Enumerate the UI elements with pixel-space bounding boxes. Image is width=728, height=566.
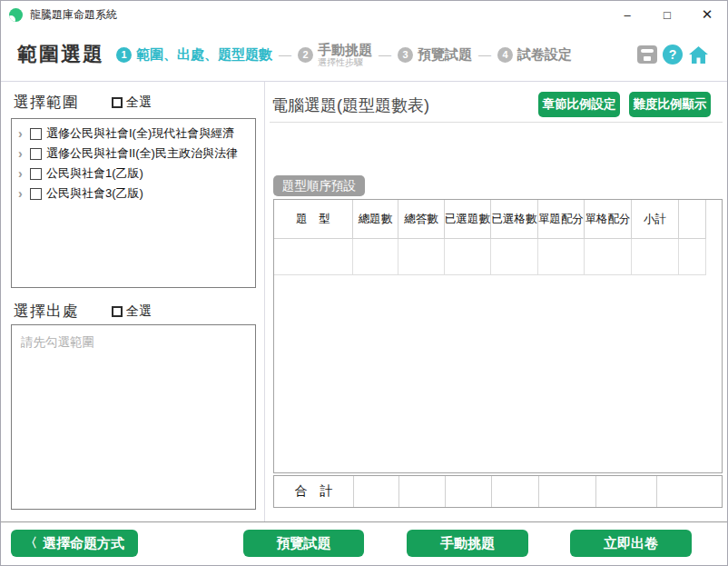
app-window: 龍騰題庫命題系統 – □ ✕ 範圍選題 1 範圍、出處、題型題數 — 2 手動挑… xyxy=(0,0,728,566)
range-title: 選擇範圍 xyxy=(14,92,79,113)
tree-item-label: 選修公民與社會II(全)民主政治與法律 xyxy=(46,145,238,162)
source-select-all-checkbox[interactable] xyxy=(112,306,123,317)
tree-item-label: 選修公民與社會I(全)現代社會與經濟 xyxy=(46,125,234,142)
source-section-header: 選擇出處 全選 xyxy=(14,301,152,322)
computer-selection-title: 電腦選題(題型題數表) xyxy=(271,94,429,116)
back-chevron-icon: 〈 xyxy=(25,535,37,551)
range-tree: › 選修公民與社會I(全)現代社會與經濟 › 選修公民與社會II(全)民主政治與… xyxy=(11,118,256,288)
wizard-steps: 1 範圍、出處、題型題數 — 2 手動挑題 選擇性步驟 — 3 預覽試題 — 4… xyxy=(116,42,572,68)
source-placeholder-text: 請先勾選範圍 xyxy=(21,334,255,351)
step-2-label: 手動挑題 xyxy=(318,42,372,57)
source-title: 選擇出處 xyxy=(14,301,79,322)
close-button[interactable]: ✕ xyxy=(687,1,727,28)
tree-item-checkbox[interactable] xyxy=(30,148,42,160)
window-title: 龍騰題庫命題系統 xyxy=(30,7,117,23)
col-header-points-per-cell: 單格配分 xyxy=(585,200,632,239)
page-header: 範圍選題 1 範圍、出處、題型題數 — 2 手動挑題 選擇性步驟 — 3 預覽試… xyxy=(1,28,727,81)
col-header-empty xyxy=(679,200,706,239)
footer-divider xyxy=(1,521,727,522)
col-header-points-per-question: 單題配分 xyxy=(538,200,585,239)
table-cell xyxy=(445,239,491,275)
table-cell xyxy=(585,239,632,275)
table-cell xyxy=(353,239,398,275)
step-separator: — xyxy=(279,47,291,62)
range-select-all[interactable]: 全選 xyxy=(112,94,152,111)
expand-chevron-icon[interactable]: › xyxy=(18,126,30,141)
step-2-manual-pick[interactable]: 2 手動挑題 選擇性步驟 xyxy=(298,42,372,68)
step-1-label: 範圍、出處、題型題數 xyxy=(136,46,272,64)
tree-item[interactable]: › 選修公民與社會I(全)現代社會與經濟 xyxy=(12,124,255,144)
app-logo-icon xyxy=(9,8,23,22)
manual-pick-button[interactable]: 手動挑題 xyxy=(407,530,528,557)
question-order-preset-badge[interactable]: 題型順序預設 xyxy=(273,175,365,196)
expand-chevron-icon[interactable]: › xyxy=(18,186,30,201)
step-separator: — xyxy=(379,47,391,62)
totals-label: 合 計 xyxy=(274,476,353,507)
choose-exam-mode-button[interactable]: 〈 選擇命題方式 xyxy=(11,530,138,557)
tree-item-checkbox[interactable] xyxy=(30,188,42,200)
col-header-total-questions: 總題數 xyxy=(353,200,398,239)
step-separator: — xyxy=(478,47,491,62)
panel-divider xyxy=(264,82,265,521)
totals-row: 合 計 xyxy=(273,475,723,508)
table-cell xyxy=(398,239,445,275)
range-select-all-label: 全選 xyxy=(126,94,152,111)
choose-exam-mode-label: 選擇命題方式 xyxy=(43,535,124,552)
table-cell xyxy=(679,239,706,275)
save-icon[interactable] xyxy=(637,45,657,64)
col-header-selected-questions: 已選題數 xyxy=(445,200,491,239)
table-cell xyxy=(538,239,585,275)
tree-item[interactable]: › 選修公民與社會II(全)民主政治與法律 xyxy=(12,144,255,164)
step-1-range[interactable]: 1 範圍、出處、題型題數 xyxy=(116,46,272,64)
table-cell xyxy=(274,239,353,275)
help-icon[interactable]: ? xyxy=(663,45,683,65)
expand-chevron-icon[interactable]: › xyxy=(18,166,30,181)
source-select-all[interactable]: 全選 xyxy=(112,303,152,320)
header-divider xyxy=(1,81,727,82)
source-select-all-label: 全選 xyxy=(126,303,152,320)
difficulty-ratio-button[interactable]: 難度比例顯示 xyxy=(629,92,711,117)
totals-cell xyxy=(538,476,595,507)
table-cell xyxy=(632,239,679,275)
right-panel-divider xyxy=(270,122,723,123)
table-cell xyxy=(491,239,538,275)
totals-cell xyxy=(353,476,398,507)
totals-cell xyxy=(595,476,656,507)
totals-cell xyxy=(491,476,538,507)
home-icon[interactable] xyxy=(688,45,709,65)
maximize-button[interactable]: □ xyxy=(647,1,687,28)
step-3-number: 3 xyxy=(398,47,413,63)
range-select-all-checkbox[interactable] xyxy=(112,97,123,108)
tree-item[interactable]: › 公民與社會3(乙版) xyxy=(12,184,255,204)
page-title: 範圍選題 xyxy=(17,41,104,68)
col-header-total-answers: 總答數 xyxy=(398,200,445,239)
expand-chevron-icon[interactable]: › xyxy=(18,146,30,161)
minimize-button[interactable]: – xyxy=(607,1,647,28)
chapter-ratio-button[interactable]: 章節比例設定 xyxy=(538,92,620,117)
step-1-number: 1 xyxy=(116,47,132,63)
titlebar: 龍騰題庫命題系統 – □ ✕ xyxy=(1,1,727,28)
generate-paper-button[interactable]: 立即出卷 xyxy=(570,530,692,557)
step-4-paper-settings[interactable]: 4 試卷設定 xyxy=(497,46,572,64)
tree-item-label: 公民與社會1(乙版) xyxy=(46,165,143,182)
tree-item-checkbox[interactable] xyxy=(30,128,42,140)
step-2-number: 2 xyxy=(298,47,313,63)
totals-cell xyxy=(398,476,445,507)
source-list: 請先勾選範圍 xyxy=(11,324,256,510)
tree-item[interactable]: › 公民與社會1(乙版) xyxy=(12,164,255,184)
range-section-header: 選擇範圍 全選 xyxy=(14,92,152,113)
col-header-selected-cells: 已選格數 xyxy=(491,200,538,239)
window-controls: – □ ✕ xyxy=(607,1,727,28)
header-icons: ? xyxy=(637,45,709,65)
question-type-table: 題 型 總題數 總答數 已選題數 已選格數 單題配分 單格配分 小計 xyxy=(273,199,723,473)
table-header-row: 題 型 總題數 總答數 已選題數 已選格數 單題配分 單格配分 小計 xyxy=(274,200,722,239)
totals-cell xyxy=(445,476,491,507)
step-4-number: 4 xyxy=(497,47,513,63)
totals-cell xyxy=(656,476,722,507)
col-header-question-type: 題 型 xyxy=(274,200,353,239)
preview-questions-button[interactable]: 預覽試題 xyxy=(243,530,364,557)
tree-item-label: 公民與社會3(乙版) xyxy=(46,185,143,202)
step-4-label: 試卷設定 xyxy=(517,46,572,64)
tree-item-checkbox[interactable] xyxy=(30,168,42,180)
step-3-preview[interactable]: 3 預覽試題 xyxy=(398,46,472,64)
